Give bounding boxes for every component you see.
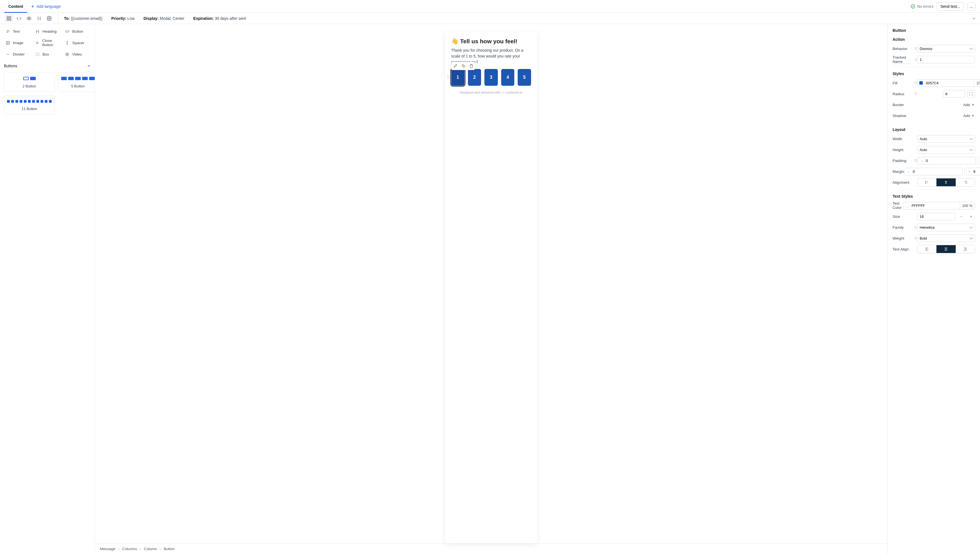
logo-icon (502, 91, 505, 94)
breadcrumb-item[interactable]: Message (100, 547, 115, 551)
size-plus-button[interactable]: + (967, 212, 975, 220)
drag-handle-icon[interactable] (447, 75, 450, 79)
svg-point-14 (448, 77, 448, 77)
breadcrumb-item[interactable]: Button (164, 547, 175, 551)
height-label: Height (892, 148, 917, 152)
align-right-button[interactable] (956, 178, 975, 186)
breadcrumb-item[interactable]: Column (144, 547, 157, 551)
size-input[interactable] (917, 213, 955, 220)
rating-button-5[interactable]: 5 (518, 69, 531, 86)
svg-rect-1 (7, 16, 8, 18)
element-text[interactable]: Text (4, 27, 31, 36)
behavior-select[interactable]: Dismiss (917, 45, 975, 53)
reset-icon[interactable] (915, 92, 917, 96)
align-left-button[interactable] (918, 178, 936, 186)
svg-point-6 (49, 18, 50, 19)
text-color-input[interactable]: 100 % (903, 202, 975, 209)
rating-button-2[interactable]: 2 (468, 69, 481, 86)
breadcrumb: Message› Columns› Column› Button (95, 543, 887, 554)
margin-v-icon: ⫟ (967, 169, 972, 174)
more-actions-button[interactable]: ... (967, 2, 975, 11)
padding-label: Padding (892, 159, 913, 163)
toolbar: To: {{customer.email}} Priority: Low Dis… (0, 13, 980, 24)
text-icon (6, 29, 10, 33)
size-minus-button[interactable]: − (958, 212, 965, 220)
element-heading[interactable]: Heading (33, 27, 61, 36)
heading-icon (35, 29, 40, 33)
element-video[interactable]: Video (64, 50, 91, 59)
add-shadow-button[interactable]: Add (963, 114, 975, 118)
svg-point-19 (502, 92, 503, 93)
element-button[interactable]: Button (64, 27, 91, 36)
element-close-button[interactable]: Close Button (33, 36, 61, 49)
margin-h-input[interactable]: ⫠ (904, 168, 962, 175)
button-template-5[interactable]: 5 Button (58, 72, 95, 92)
align-center-button[interactable] (936, 178, 955, 186)
layout-view-button[interactable] (5, 14, 13, 22)
expand-toolbar-button[interactable] (970, 15, 977, 22)
margin-v-input[interactable]: ⫟ (965, 168, 980, 175)
weight-select[interactable]: Bold (917, 234, 975, 242)
element-divider[interactable]: Divider (4, 50, 31, 59)
add-border-button[interactable]: Add (963, 103, 975, 107)
send-test-button[interactable]: Send test... (937, 2, 964, 11)
padding-h-icon: ⫠ (919, 158, 925, 163)
plus-icon (30, 4, 35, 9)
family-select[interactable]: Helvetica (917, 224, 975, 231)
chevron-up-icon (87, 64, 91, 68)
duplicate-button[interactable] (459, 62, 467, 70)
reset-icon[interactable] (915, 226, 917, 229)
rating-button-4[interactable]: 4 (501, 69, 515, 86)
reset-icon[interactable] (915, 81, 917, 84)
settings-button[interactable] (45, 14, 54, 22)
styles-button[interactable] (35, 14, 44, 22)
styles-heading: Styles (892, 72, 975, 76)
text-align-center-button[interactable] (936, 245, 955, 253)
fill-color-input[interactable]: 100 % (917, 79, 980, 87)
code-view-button[interactable] (14, 14, 24, 22)
preview-button[interactable] (25, 14, 33, 22)
reset-icon[interactable] (915, 58, 917, 61)
width-select[interactable]: Auto (917, 135, 975, 143)
canvas[interactable]: 👋 Tell us how you feel! Thank you for ch… (95, 24, 887, 543)
reset-icon[interactable] (915, 159, 917, 162)
tab-content[interactable]: Content (5, 0, 27, 13)
reset-icon[interactable] (915, 47, 917, 50)
rating-button-3[interactable]: 3 (484, 69, 498, 86)
element-image[interactable]: Image (4, 36, 31, 49)
edit-button[interactable] (451, 62, 459, 70)
button-template-2[interactable]: 2 Button (4, 72, 55, 92)
tracked-name-input[interactable] (917, 56, 975, 64)
fill-swatch[interactable] (919, 81, 923, 85)
text-align-label: Text Align (892, 247, 917, 251)
rating-button-1[interactable]: 1 (451, 69, 465, 86)
layout-heading: Layout (892, 127, 975, 132)
svg-point-0 (911, 5, 915, 8)
svg-rect-3 (7, 19, 8, 20)
svg-point-15 (449, 77, 449, 77)
element-spacer[interactable]: Spacer (64, 36, 91, 49)
add-language-label: Add language (37, 4, 61, 9)
breadcrumb-item[interactable]: Columns (122, 547, 137, 551)
modal-preview[interactable]: 👋 Tell us how you feel! Thank you for ch… (445, 32, 537, 543)
delete-button[interactable] (467, 62, 475, 70)
element-box[interactable]: Box (33, 50, 61, 59)
weight-label: Weight (892, 236, 913, 240)
buttons-section-header[interactable]: Buttons (4, 62, 91, 70)
family-label: Family (892, 225, 913, 229)
image-icon (6, 40, 10, 45)
height-select[interactable]: Auto (917, 146, 975, 154)
modal-title[interactable]: 👋 Tell us how you feel! (451, 38, 531, 45)
reset-icon[interactable] (915, 237, 917, 240)
button-template-11[interactable]: 11 Button (4, 95, 55, 115)
radius-input[interactable] (943, 90, 965, 98)
text-color-swatch[interactable] (905, 204, 909, 207)
text-align-left-button[interactable] (918, 245, 936, 253)
add-language-button[interactable]: Add language (27, 4, 64, 9)
padding-h-input[interactable]: ⫠ (917, 157, 976, 164)
radius-expand-button[interactable] (967, 90, 975, 98)
svg-rect-18 (463, 65, 465, 67)
text-align-right-button[interactable] (956, 245, 975, 253)
padding-v-input[interactable]: ⫟ (978, 157, 980, 164)
plus-icon (971, 114, 975, 118)
